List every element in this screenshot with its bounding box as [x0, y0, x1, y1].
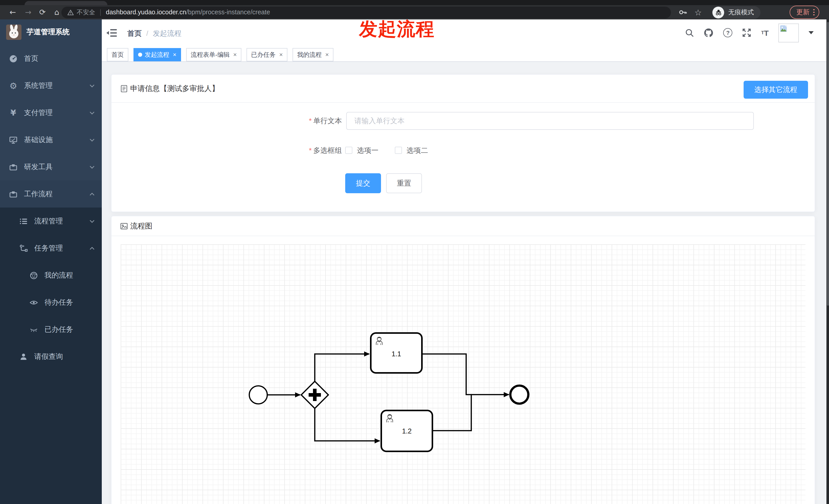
eye-closed-icon: [29, 325, 38, 334]
bpmn-task1-label: 1.1: [391, 350, 401, 357]
bpmn-diagram: 1.1 1.2: [120, 244, 806, 504]
url-path: /bpm/process-instance/create: [186, 9, 270, 16]
sidebar-item-workflow[interactable]: 工作流程: [0, 181, 102, 207]
question-glyph: ?: [726, 30, 729, 36]
bpmn-canvas[interactable]: 1.1 1.2: [120, 244, 805, 504]
chevron-down-icon: [89, 136, 95, 144]
text-field-label: *单行文本: [254, 117, 342, 126]
bpmn-start-event: [249, 386, 267, 403]
tag-close-icon[interactable]: ×: [173, 51, 176, 58]
sidebar-item-done-tasks[interactable]: 已办任务: [0, 316, 102, 343]
sidebar-fold-icon[interactable]: [106, 29, 117, 39]
sidebar-item-label: 基础设施: [24, 135, 53, 144]
yen-icon: ¥: [9, 108, 18, 118]
scrollbar-thumb[interactable]: [827, 22, 829, 306]
chevron-down-icon: [89, 109, 95, 117]
apply-info-title: 申请信息【测试多审批人】: [130, 84, 219, 93]
github-icon[interactable]: [704, 28, 714, 37]
breadcrumb-current: 发起流程: [153, 29, 182, 38]
sidebar-item-system[interactable]: ⚙ 系统管理: [0, 72, 102, 99]
annotation-text: 发起流程: [359, 17, 435, 42]
bpmn-flow-gateway-task1: [315, 354, 369, 381]
chevron-up-icon: [89, 244, 95, 252]
fullscreen-icon[interactable]: [742, 28, 752, 37]
reset-button[interactable]: 重置: [386, 173, 422, 193]
top-navbar: 首页 / 发起流程 ? TT: [102, 20, 829, 46]
bookmark-star-icon[interactable]: ☆: [692, 5, 704, 20]
tag-my-processes[interactable]: 我的流程 ×: [292, 48, 333, 61]
sidebar-item-home[interactable]: 首页: [0, 45, 102, 72]
submit-button[interactable]: 提交: [345, 173, 381, 193]
sidebar-item-label: 流程管理: [34, 217, 63, 226]
sidebar: 芋道管理系统 首页 ⚙ 系统管理 ¥ 支付管理 基础设施: [0, 20, 102, 504]
sidebar-item-label: 工作流程: [24, 189, 53, 199]
checkbox-option1[interactable]: [345, 147, 352, 154]
sidebar-item-label: 请假查询: [34, 352, 63, 361]
single-line-text-input[interactable]: [346, 112, 754, 129]
checkbox-option2-label[interactable]: 选项二: [406, 146, 428, 155]
tag-close-icon[interactable]: ×: [279, 51, 283, 58]
sidebar-item-leave-query[interactable]: 请假查询: [0, 343, 102, 370]
tag-home[interactable]: 首页: [107, 48, 129, 61]
security-label: 不安全: [77, 8, 95, 16]
chevron-up-icon: [89, 190, 95, 198]
browser-tabstrip: [0, 0, 829, 5]
checkbox-option2[interactable]: [395, 147, 402, 154]
back-icon[interactable]: ←: [6, 5, 20, 20]
reload-icon[interactable]: ⟳: [36, 5, 49, 20]
flow-diagram-card: 流程图: [111, 216, 815, 504]
sidebar-item-dev-tools[interactable]: 研发工具: [0, 153, 102, 181]
sidebar-item-payment[interactable]: ¥ 支付管理: [0, 99, 102, 126]
person-icon: [19, 352, 28, 361]
breadcrumb-home[interactable]: 首页: [127, 29, 142, 38]
choose-other-process-button[interactable]: 选择其它流程: [744, 81, 808, 99]
browser-menu-icon[interactable]: [813, 9, 815, 15]
checkbox-group-label: *多选框组: [254, 146, 342, 155]
browser-tab[interactable]: [25, 1, 107, 5]
list-icon: [19, 217, 28, 225]
key-icon[interactable]: [678, 5, 688, 20]
required-mark: *: [309, 117, 312, 125]
page-scrollbar[interactable]: [826, 20, 829, 504]
workflow-submenu: 流程管理 任务管理 我的流程 待办任务: [0, 207, 102, 504]
sidebar-item-label: 研发工具: [24, 162, 53, 171]
update-label: 更新: [796, 8, 809, 17]
dashboard-icon: [9, 54, 18, 63]
flow-branch-icon: [19, 244, 28, 252]
sidebar-item-infrastructure[interactable]: 基础设施: [0, 126, 102, 153]
tag-close-icon[interactable]: ×: [233, 51, 237, 58]
tag-form-edit[interactable]: 流程表单-编辑 ×: [186, 48, 241, 61]
sidebar-item-process-management[interactable]: 流程管理: [0, 207, 102, 235]
checkbox-option1-label[interactable]: 选项一: [357, 146, 379, 155]
sidebar-item-todo-tasks[interactable]: 待办任务: [0, 289, 102, 316]
bpmn-task2-label: 1.2: [402, 427, 411, 435]
url-bar[interactable]: 不安全 dashboard.yudao.iocoder.cn/bpm/proce…: [61, 6, 671, 18]
screen: ← → ⟳ ⌂ 不安全 dashboard.yudao.iocoder.cn/b…: [0, 0, 829, 504]
fontsize-icon[interactable]: TT: [761, 28, 769, 37]
sidebar-item-task-management[interactable]: 任务管理: [0, 235, 102, 262]
user-avatar[interactable]: [779, 23, 799, 42]
sidebar-item-my-processes[interactable]: 我的流程: [0, 262, 102, 289]
document-icon: [120, 85, 128, 92]
avatar: [6, 25, 22, 40]
sidebar-item-label: 已办任务: [44, 325, 73, 334]
browser-update-button[interactable]: 更新: [790, 6, 819, 19]
tag-close-icon[interactable]: ×: [325, 51, 329, 58]
not-secure-warning-icon: [68, 9, 74, 15]
sidebar-item-label: 待办任务: [44, 298, 73, 307]
toolbox-icon: [9, 163, 18, 171]
fontsize-large-glyph: T: [764, 28, 769, 37]
forward-icon[interactable]: →: [22, 5, 35, 20]
search-icon[interactable]: [686, 28, 694, 37]
app-logo[interactable]: 芋道管理系统: [0, 20, 102, 45]
tag-done-tasks[interactable]: 已办任务 ×: [247, 48, 287, 61]
help-icon[interactable]: ?: [723, 28, 732, 37]
caret-down-icon[interactable]: [808, 31, 814, 34]
required-mark: *: [309, 146, 312, 154]
bpmn-parallel-gateway: [301, 381, 328, 408]
fontsize-small-glyph: T: [761, 30, 764, 35]
url-separator: [100, 9, 101, 15]
tag-create-process[interactable]: 发起流程 ×: [134, 48, 181, 61]
browser-window: ← → ⟳ ⌂ 不安全 dashboard.yudao.iocoder.cn/b…: [0, 0, 829, 504]
apply-info-card: 申请信息【测试多审批人】 选择其它流程 *单行文本 *多选框组 选项一 选项二 …: [111, 74, 815, 212]
